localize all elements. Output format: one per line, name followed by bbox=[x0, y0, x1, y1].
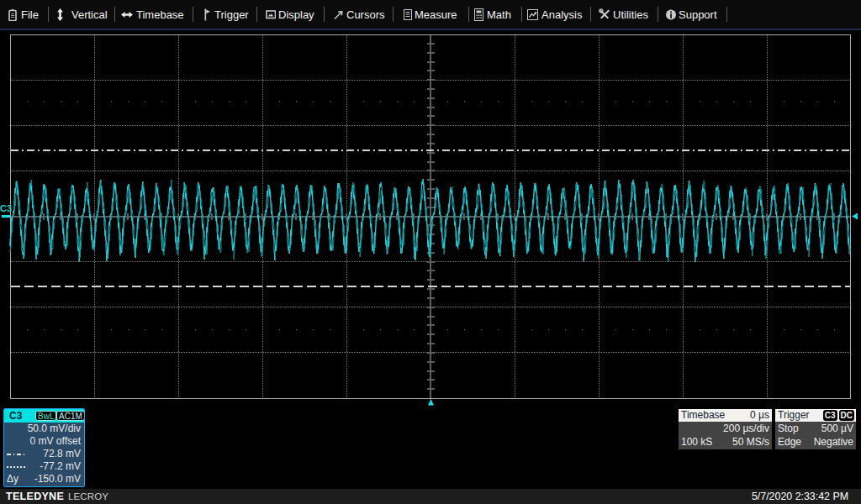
svg-text:C3: C3 bbox=[0, 203, 12, 213]
